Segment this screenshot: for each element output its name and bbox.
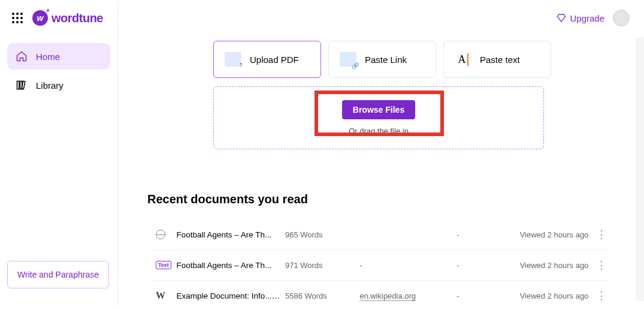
doc-source: en.wikipedia.org xyxy=(359,291,456,300)
main-content: Upload PDF Paste Link Paste text Browse … xyxy=(117,36,644,310)
pdf-upload-icon xyxy=(225,52,241,67)
library-icon xyxy=(16,79,28,91)
wikipedia-icon: W xyxy=(156,290,165,301)
scrollbar[interactable] xyxy=(636,37,644,301)
logo-mark-icon: w xyxy=(32,10,48,26)
row-menu-icon[interactable]: ⋮ xyxy=(588,228,606,241)
globe-icon xyxy=(156,230,165,239)
doc-viewed-time: Viewed 2 hours ago xyxy=(514,261,588,270)
table-row[interactable]: W Example Document: Info...👥 5586 Words … xyxy=(153,281,608,310)
avatar[interactable] xyxy=(613,10,630,26)
doc-title: Example Document: Info...👥 xyxy=(176,291,285,300)
doc-title: Football Agents – Are Th... xyxy=(176,261,285,270)
upload-dropzone[interactable]: Browse Files Or drag the file in xyxy=(213,86,544,149)
table-row[interactable]: Text Football Agents – Are Th... 971 Wor… xyxy=(153,250,608,281)
tab-paste-link[interactable]: Paste Link xyxy=(328,41,436,78)
doc-source: - xyxy=(359,261,456,270)
doc-word-count: 5586 Words xyxy=(285,291,359,300)
text-badge-icon: Text xyxy=(156,261,171,269)
upgrade-button[interactable]: Upgrade xyxy=(557,13,604,23)
diamond-icon xyxy=(557,13,566,23)
tab-label: Upload PDF xyxy=(250,55,299,65)
sidebar-item-label: Home xyxy=(36,52,60,62)
tab-label: Paste text xyxy=(480,55,520,65)
brand-name: wordtune xyxy=(52,11,103,25)
sidebar-item-library[interactable]: Library xyxy=(7,72,110,98)
row-menu-icon[interactable]: ⋮ xyxy=(588,289,606,302)
doc-viewed-time: Viewed 2 hours ago xyxy=(514,291,588,300)
doc-word-count: 971 Words xyxy=(285,261,359,270)
browse-files-button[interactable]: Browse Files xyxy=(342,100,415,119)
recent-documents-heading: Recent documents you read xyxy=(147,192,608,206)
doc-meta: - xyxy=(457,261,515,270)
tab-paste-text[interactable]: Paste text xyxy=(443,41,551,78)
brand-logo[interactable]: w wordtune xyxy=(32,10,103,26)
sidebar-item-home[interactable]: Home xyxy=(7,43,110,70)
svg-rect-0 xyxy=(17,81,19,89)
sidebar-item-label: Library xyxy=(36,80,64,91)
write-and-paraphrase-button[interactable]: Write and Paraphrase xyxy=(7,261,109,288)
upgrade-label: Upgrade xyxy=(570,13,604,23)
tab-label: Paste Link xyxy=(365,55,407,65)
tab-upload-pdf[interactable]: Upload PDF xyxy=(213,41,321,78)
doc-meta: - xyxy=(457,291,515,300)
table-row[interactable]: Football Agents – Are Th... 965 Words - … xyxy=(153,219,608,250)
doc-viewed-time: Viewed 2 hours ago xyxy=(514,230,588,239)
doc-word-count: 965 Words xyxy=(285,230,359,239)
apps-menu-icon[interactable] xyxy=(12,13,23,23)
home-icon xyxy=(16,50,28,62)
sidebar: Home Library xyxy=(0,36,117,108)
doc-meta: - xyxy=(457,230,515,239)
doc-title: Football Agents – Are Th... xyxy=(176,230,285,239)
drag-hint-text: Or drag the file in xyxy=(227,127,530,136)
link-icon xyxy=(340,52,356,67)
text-cursor-icon xyxy=(455,52,471,67)
row-menu-icon[interactable]: ⋮ xyxy=(588,258,606,272)
